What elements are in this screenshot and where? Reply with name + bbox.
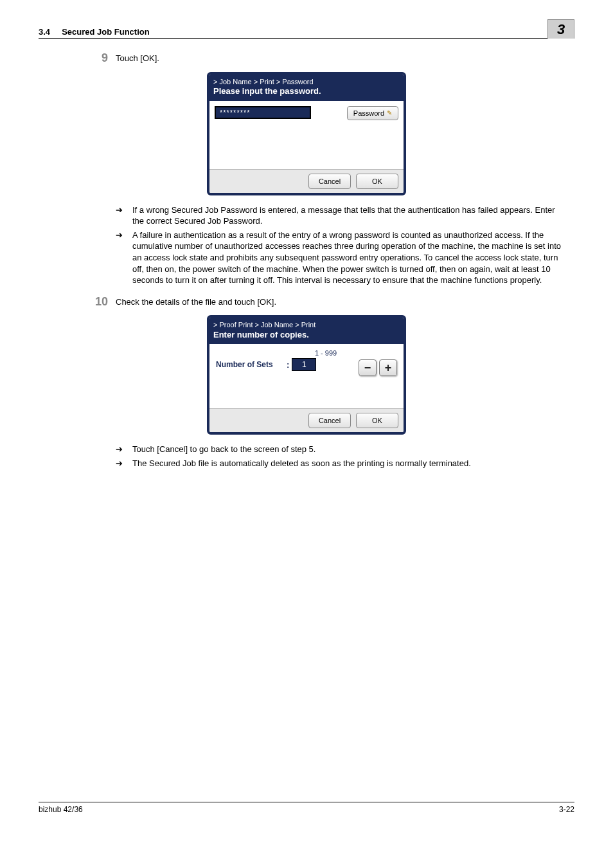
chapter-tab: 3 <box>547 19 574 39</box>
footer-page: 3-22 <box>559 805 574 814</box>
note-item: ➔ The Secured Job file is automatically … <box>116 458 562 469</box>
step-9: 9 Touch [OK]. <box>90 51 574 66</box>
copies-value[interactable]: 1 <box>292 358 316 371</box>
password-dialog-figure: > Job Name > Print > Password Please inp… <box>39 72 574 195</box>
copies-dialog: > Proof Print > Job Name > Print Enter n… <box>207 315 406 435</box>
password-button[interactable]: Password ✎ <box>347 106 398 120</box>
arrow-icon: ➔ <box>116 458 132 469</box>
dialog-body: ********* Password ✎ <box>209 101 404 169</box>
range-label: 1 - 999 <box>254 349 397 357</box>
note-item: ➔ A failure in authentication as a resul… <box>116 230 562 286</box>
plus-button[interactable]: + <box>379 359 397 376</box>
step-text: Touch [OK]. <box>116 51 574 66</box>
note-text: The Secured Job file is automatically de… <box>132 458 562 469</box>
dialog-titlebar: > Job Name > Print > Password Please inp… <box>209 75 404 101</box>
cancel-button[interactable]: Cancel <box>308 174 351 189</box>
password-dialog: > Job Name > Print > Password Please inp… <box>207 72 406 195</box>
password-field[interactable]: ********* <box>215 106 311 119</box>
dialog-footer: Cancel OK <box>209 408 404 432</box>
step-number: 10 <box>90 295 116 309</box>
section-number: 3.4 <box>39 27 50 37</box>
note-item: ➔ If a wrong Secured Job Password is ent… <box>116 204 562 227</box>
password-button-label: Password <box>353 109 384 117</box>
step9-notes: ➔ If a wrong Secured Job Password is ent… <box>116 204 562 286</box>
step-text: Check the details of the file and touch … <box>116 295 574 309</box>
arrow-icon: ➔ <box>116 230 132 286</box>
dialog-titlebar: > Proof Print > Job Name > Print Enter n… <box>209 318 404 344</box>
arrow-icon: ➔ <box>116 444 132 455</box>
sets-label: Number of Sets <box>216 360 287 369</box>
note-text: Touch [Cancel] to go back to the screen … <box>132 444 562 455</box>
step10-notes: ➔ Touch [Cancel] to go back to the scree… <box>116 444 562 469</box>
dialog-prompt: Please input the password. <box>213 86 400 97</box>
page-content: 3.4 Secured Job Function 3 9 Touch [OK].… <box>0 0 613 829</box>
note-text: A failure in authentication as a result … <box>132 230 562 286</box>
arrow-icon: ➔ <box>116 204 132 227</box>
breadcrumb: > Proof Print > Job Name > Print <box>213 320 400 329</box>
note-text: If a wrong Secured Job Password is enter… <box>132 204 562 227</box>
ok-button[interactable]: OK <box>356 413 398 428</box>
dialog-body: 1 - 999 Number of Sets : 1 − + <box>209 344 404 408</box>
minus-button[interactable]: − <box>359 359 377 376</box>
step-10: 10 Check the details of the file and tou… <box>90 295 574 309</box>
cancel-button[interactable]: Cancel <box>308 413 351 428</box>
breadcrumb: > Job Name > Print > Password <box>213 77 400 86</box>
note-item: ➔ Touch [Cancel] to go back to the scree… <box>116 444 562 455</box>
step-number: 9 <box>90 51 116 66</box>
section-title: Secured Job Function <box>62 27 150 37</box>
dialog-footer: Cancel OK <box>209 169 404 193</box>
footer-model: bizhub 42/36 <box>39 805 83 814</box>
ok-button[interactable]: OK <box>356 174 398 189</box>
pencil-icon: ✎ <box>387 109 392 116</box>
copies-dialog-figure: > Proof Print > Job Name > Print Enter n… <box>39 315 574 435</box>
dialog-prompt: Enter number of copies. <box>213 330 400 341</box>
stepper: − + <box>359 359 397 376</box>
colon: : <box>287 360 289 370</box>
section-heading: 3.4 Secured Job Function <box>39 27 547 37</box>
page-header: 3.4 Secured Job Function 3 <box>39 19 574 39</box>
page-footer: bizhub 42/36 3-22 <box>39 802 574 814</box>
